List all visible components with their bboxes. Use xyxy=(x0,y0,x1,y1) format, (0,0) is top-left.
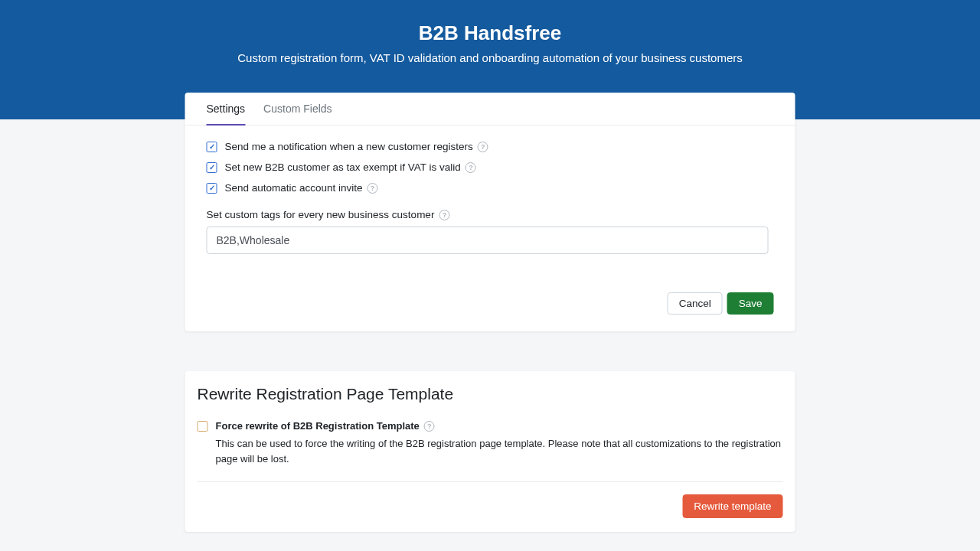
custom-tags-input[interactable] xyxy=(207,227,769,254)
force-rewrite-row: Force rewrite of B2B Registration Templa… xyxy=(198,420,783,432)
page-subtitle: Custom registration form, VAT ID validat… xyxy=(0,51,980,64)
content-wrapper: Settings Custom Fields Send me a notific… xyxy=(185,93,795,532)
tax-exempt-label: Set new B2B customer as tax exempt if VA… xyxy=(225,161,461,173)
force-rewrite-label: Force rewrite of B2B Registration Templa… xyxy=(216,420,420,432)
rewrite-section: Force rewrite of B2B Registration Templa… xyxy=(198,420,783,482)
rewrite-footer: Rewrite template xyxy=(198,482,783,532)
tax-exempt-row: Set new B2B customer as tax exempt if VA… xyxy=(207,161,774,173)
settings-footer: Cancel Save xyxy=(185,262,795,331)
auto-invite-row: Send automatic account invite ? xyxy=(207,182,774,194)
auto-invite-checkbox[interactable] xyxy=(207,183,217,194)
rewrite-title: Rewrite Registration Page Template xyxy=(198,385,783,403)
cancel-button[interactable]: Cancel xyxy=(668,292,723,315)
notify-row: Send me a notification when a new custom… xyxy=(207,141,774,152)
page-title: B2B Handsfree xyxy=(0,21,980,45)
help-icon[interactable]: ? xyxy=(424,421,435,432)
save-button[interactable]: Save xyxy=(727,292,774,315)
notify-checkbox[interactable] xyxy=(207,142,217,152)
rewrite-card: Rewrite Registration Page Template Force… xyxy=(185,371,795,532)
tabs: Settings Custom Fields xyxy=(185,93,795,126)
settings-body: Send me a notification when a new custom… xyxy=(185,126,795,262)
rewrite-template-button[interactable]: Rewrite template xyxy=(682,494,782,518)
help-icon[interactable]: ? xyxy=(466,162,476,173)
auto-invite-label: Send automatic account invite xyxy=(225,182,363,194)
help-icon[interactable]: ? xyxy=(478,142,488,152)
custom-tags-label: Set custom tags for every new business c… xyxy=(207,209,435,220)
custom-tags-label-row: Set custom tags for every new business c… xyxy=(207,209,774,220)
tax-exempt-checkbox[interactable] xyxy=(207,162,217,173)
notify-label: Send me a notification when a new custom… xyxy=(225,141,473,152)
settings-card: Settings Custom Fields Send me a notific… xyxy=(185,93,795,331)
help-icon[interactable]: ? xyxy=(439,210,449,220)
force-rewrite-checkbox[interactable] xyxy=(198,421,208,432)
rewrite-description: This can be used to force the writing of… xyxy=(216,436,783,466)
tab-custom-fields[interactable]: Custom Fields xyxy=(263,93,332,126)
tab-settings[interactable]: Settings xyxy=(207,93,246,126)
help-icon[interactable]: ? xyxy=(368,183,378,194)
